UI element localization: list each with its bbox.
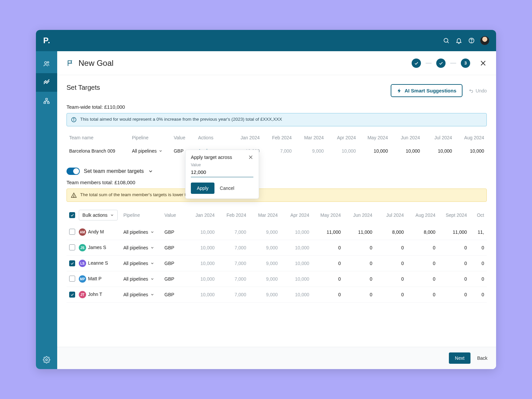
- close-icon[interactable]: [479, 60, 487, 67]
- month-cell[interactable]: 0: [469, 256, 487, 271]
- row-checkbox[interactable]: [69, 260, 75, 266]
- row-checkbox[interactable]: [69, 276, 75, 282]
- month-cell[interactable]: 8,000: [375, 224, 407, 240]
- month-cell[interactable]: 11,000: [343, 224, 375, 240]
- pipeline-select[interactable]: All pipelines: [123, 292, 154, 297]
- month-cell[interactable]: 10,000: [327, 144, 358, 158]
- next-button[interactable]: Next: [449, 352, 470, 364]
- svg-line-1: [448, 42, 449, 43]
- month-cell[interactable]: 0: [438, 256, 470, 271]
- popover-apply-button[interactable]: Apply: [191, 183, 214, 194]
- user-avatar[interactable]: [480, 36, 489, 45]
- month-cell[interactable]: 11,000: [438, 224, 470, 240]
- month-cell[interactable]: 7,000: [217, 224, 249, 240]
- svg-rect-6: [46, 98, 48, 100]
- month-cell[interactable]: 0: [343, 256, 375, 271]
- month-cell[interactable]: 0: [312, 287, 343, 303]
- member-avatar: AM: [79, 228, 86, 236]
- month-cell[interactable]: 10,000: [455, 144, 487, 158]
- popover-value-input[interactable]: [191, 168, 253, 177]
- sidebar-item-goals[interactable]: [36, 73, 57, 92]
- help-icon[interactable]: [467, 37, 475, 45]
- month-cell[interactable]: 7,000: [217, 256, 249, 271]
- month-cell[interactable]: 0: [343, 271, 375, 287]
- month-cell[interactable]: 10,000: [280, 287, 312, 303]
- month-cell[interactable]: 10,000: [358, 144, 390, 158]
- ai-smart-suggestions-button[interactable]: AI Smart Suggestions: [391, 84, 463, 97]
- month-cell[interactable]: 0: [312, 271, 343, 287]
- month-cell[interactable]: 0: [469, 271, 487, 287]
- team-member-targets-toggle[interactable]: [66, 168, 80, 175]
- month-cell[interactable]: 0: [438, 287, 470, 303]
- month-cell[interactable]: 10,000: [186, 256, 217, 271]
- month-cell[interactable]: 0: [407, 256, 438, 271]
- row-checkbox[interactable]: [69, 229, 75, 235]
- month-cell[interactable]: 10,000: [280, 224, 312, 240]
- pipeline-select[interactable]: All pipelines: [123, 229, 154, 235]
- month-cell[interactable]: 9,000: [294, 144, 326, 158]
- sidebar-item-org[interactable]: [36, 92, 57, 110]
- month-cell[interactable]: 9,000: [249, 287, 280, 303]
- month-cell[interactable]: 7,000: [217, 240, 249, 256]
- popover-close-icon[interactable]: [248, 155, 253, 160]
- pipeline-select[interactable]: All pipelines: [132, 148, 163, 154]
- month-cell[interactable]: 0: [375, 256, 407, 271]
- wizard-step-2[interactable]: [436, 59, 446, 68]
- month-cell[interactable]: 10,000: [186, 224, 217, 240]
- month-cell[interactable]: 10,000: [186, 287, 217, 303]
- month-cell[interactable]: 0: [407, 240, 438, 256]
- sidebar-item-settings[interactable]: [36, 350, 57, 369]
- chevron-down-icon[interactable]: [148, 169, 153, 174]
- wizard-step-3[interactable]: 3: [461, 59, 470, 68]
- month-cell[interactable]: 0: [375, 287, 407, 303]
- row-checkbox[interactable]: [69, 292, 75, 298]
- month-cell[interactable]: 9,000: [249, 224, 280, 240]
- back-button[interactable]: Back: [477, 355, 487, 361]
- month-cell[interactable]: 0: [312, 256, 343, 271]
- search-icon[interactable]: [442, 37, 450, 45]
- month-cell[interactable]: 10,000: [280, 271, 312, 287]
- month-cell[interactable]: 0: [407, 287, 438, 303]
- month-cell[interactable]: 7,000: [217, 271, 249, 287]
- month-cell[interactable]: 0: [375, 271, 407, 287]
- select-all-checkbox[interactable]: [69, 212, 75, 218]
- month-cell[interactable]: 11,000: [312, 224, 343, 240]
- member-row: LSLeanne SAll pipelines GBP10,0007,0009,…: [66, 256, 487, 271]
- month-cell[interactable]: 10,000: [423, 144, 455, 158]
- month-cell[interactable]: 0: [438, 271, 470, 287]
- sidebar-item-people[interactable]: [36, 55, 57, 73]
- month-cell[interactable]: 10,000: [186, 240, 217, 256]
- pipeline-select[interactable]: All pipelines: [123, 276, 154, 282]
- member-avatar: JS: [79, 244, 86, 251]
- month-cell[interactable]: 0: [469, 240, 487, 256]
- month-cell[interactable]: 0: [438, 240, 470, 256]
- month-cell[interactable]: 0: [375, 240, 407, 256]
- wizard-step-1[interactable]: [412, 59, 421, 68]
- month-cell[interactable]: 9,000: [249, 256, 280, 271]
- month-cell[interactable]: 11,: [469, 224, 487, 240]
- team-table: Team name Pipeline Value Actions Jan 202…: [66, 131, 487, 158]
- month-cell[interactable]: 8,000: [407, 224, 438, 240]
- month-cell[interactable]: 10,000: [280, 240, 312, 256]
- bell-icon[interactable]: [455, 37, 463, 45]
- pipeline-select[interactable]: All pipelines: [123, 261, 154, 266]
- month-cell[interactable]: 0: [407, 271, 438, 287]
- month-cell[interactable]: 0: [343, 240, 375, 256]
- month-cell[interactable]: 0: [312, 240, 343, 256]
- row-checkbox[interactable]: [69, 244, 75, 250]
- month-cell[interactable]: 10,000: [186, 271, 217, 287]
- bulk-actions-select[interactable]: Bulk actions: [79, 210, 118, 220]
- month-cell[interactable]: 10,000: [391, 144, 423, 158]
- month-cell[interactable]: 7,000: [262, 144, 294, 158]
- popover-cancel-button[interactable]: Cancel: [220, 186, 234, 191]
- th-value: Value: [171, 131, 195, 144]
- undo-button[interactable]: Undo: [468, 88, 487, 93]
- month-cell[interactable]: 0: [469, 287, 487, 303]
- month-cell[interactable]: 10,000: [280, 256, 312, 271]
- month-cell[interactable]: 0: [343, 287, 375, 303]
- month-cell[interactable]: 9,000: [249, 271, 280, 287]
- pipeline-select[interactable]: All pipelines: [123, 245, 154, 250]
- month-cell[interactable]: 7,000: [217, 287, 249, 303]
- th-month: Jul 2024: [423, 131, 455, 144]
- month-cell[interactable]: 9,000: [249, 240, 280, 256]
